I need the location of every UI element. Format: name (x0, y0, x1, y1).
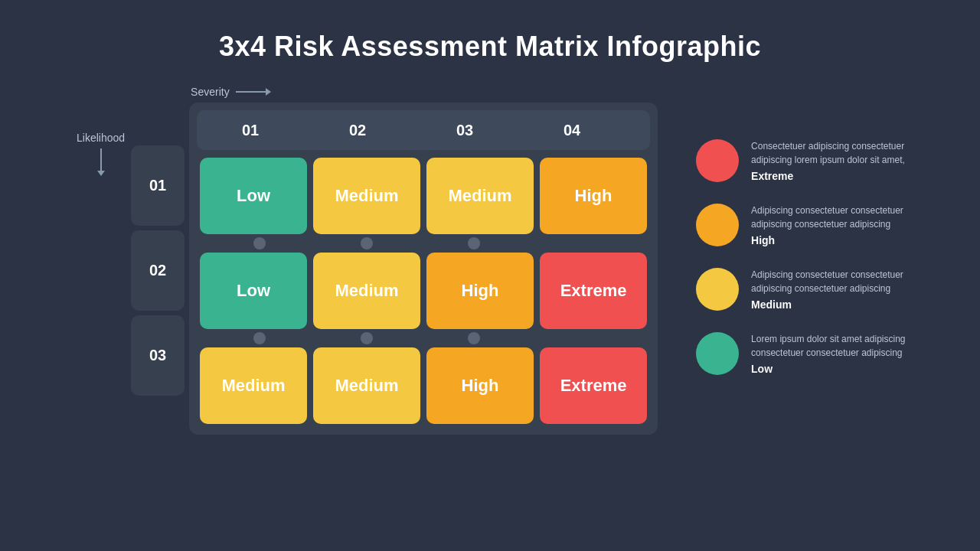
header-col-04: 04 (518, 110, 626, 150)
data-row-3: Medium Medium High Extreme (197, 344, 650, 427)
severity-label-row: Severity (191, 86, 658, 98)
connector-dot-6 (468, 332, 480, 344)
connector-row-2 (197, 332, 650, 344)
legend-text-high: Adipiscing consectetuer consectetuer adi… (751, 204, 920, 246)
likelihood-label-container: Likelihood (77, 132, 125, 171)
cell-r3c1: Medium (200, 347, 307, 424)
cell-r1c3: Medium (426, 158, 534, 234)
legend-text-low: Lorem ipsum dolor sit amet adipiscing co… (751, 332, 920, 375)
header-col-01: 01 (197, 110, 304, 150)
legend-item-extreme: Consectetuer adipiscing consectetuer adi… (696, 139, 920, 182)
arrow-down-icon (100, 148, 102, 171)
legend-desc-low: Lorem ipsum dolor sit amet adipiscing co… (751, 332, 920, 360)
legend-circle-extreme (696, 139, 739, 182)
connector-dot-4 (253, 332, 266, 344)
legend-text-extreme: Consectetuer adipiscing consectetuer adi… (751, 139, 920, 182)
legend-label-extreme: Extreme (751, 170, 920, 182)
legend-desc-high: Adipiscing consectetuer consectetuer adi… (751, 204, 920, 231)
arrow-right-icon (236, 91, 266, 93)
header-col-02: 02 (304, 110, 411, 150)
severity-text: Severity (191, 86, 230, 98)
matrix-with-rows: 01 02 03 01 02 03 04 (131, 103, 658, 435)
data-rows-wrapper: Low Medium Medium High (197, 155, 650, 427)
row-label-03: 03 (131, 315, 185, 396)
cell-r1c1: Low (200, 158, 307, 234)
connector-dot-3 (468, 237, 480, 249)
row-label-02: 02 (131, 230, 185, 311)
cell-r3c4: Extreme (540, 347, 647, 424)
grid-area: 01 02 03 04 Low Medium Medium High (189, 103, 658, 435)
legend: Consectetuer adipiscing consectetuer adi… (696, 139, 920, 375)
cell-r2c2: Medium (313, 253, 420, 329)
legend-desc-medium: Adipiscing consectetuer consectetuer adi… (751, 268, 920, 295)
severity-arrow (236, 91, 266, 93)
connector-dot-5 (361, 332, 373, 344)
likelihood-text: Likelihood (77, 132, 125, 144)
row-labels: 01 02 03 (131, 145, 185, 435)
header-row: 01 02 03 04 (197, 110, 650, 150)
page-title: 3x4 Risk Assessment Matrix Infographic (0, 0, 980, 63)
legend-label-high: High (751, 234, 920, 246)
legend-circle-low (696, 332, 739, 375)
connector-dot-1 (253, 237, 266, 249)
legend-item-medium: Adipiscing consectetuer consectetuer adi… (696, 268, 920, 311)
cell-r1c4: High (540, 158, 647, 234)
cell-r1c2: Medium (313, 158, 420, 234)
left-section: Likelihood Severity 01 02 03 (77, 86, 658, 435)
data-row-2: Low Medium High Extreme (197, 249, 650, 332)
connector-row-1 (197, 237, 650, 249)
cell-r3c2: Medium (313, 347, 420, 424)
cell-r2c1: Low (200, 253, 307, 329)
legend-item-low: Lorem ipsum dolor sit amet adipiscing co… (696, 332, 920, 375)
cell-r2c3: High (426, 253, 534, 329)
data-row-1: Low Medium Medium High (197, 155, 650, 237)
legend-label-medium: Medium (751, 298, 920, 311)
main-content: Likelihood Severity 01 02 03 (0, 86, 980, 435)
likelihood-arrow (100, 148, 102, 171)
legend-circle-medium (696, 268, 739, 311)
legend-text-medium: Adipiscing consectetuer consectetuer adi… (751, 268, 920, 311)
legend-circle-high (696, 204, 739, 246)
row-label-01: 01 (131, 145, 185, 226)
cell-r3c3: High (426, 347, 534, 424)
cell-r2c4: Extreme (540, 253, 647, 329)
legend-label-low: Low (751, 363, 920, 375)
legend-desc-extreme: Consectetuer adipiscing consectetuer adi… (751, 139, 920, 167)
header-col-03: 03 (411, 110, 518, 150)
matrix-container: Severity 01 02 03 01 02 (131, 86, 658, 435)
connector-dot-2 (361, 237, 373, 249)
legend-item-high: Adipiscing consectetuer consectetuer adi… (696, 204, 920, 246)
